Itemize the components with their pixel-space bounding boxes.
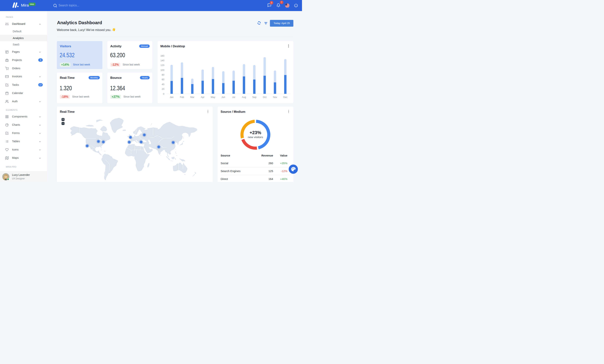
svg-text:0: 0 — [163, 93, 164, 95]
svg-text:100: 100 — [160, 69, 164, 72]
svg-text:120: 120 — [160, 64, 164, 67]
svg-text:40: 40 — [162, 83, 164, 86]
svg-text:Jan: Jan — [170, 96, 174, 99]
svg-text:60: 60 — [162, 78, 164, 81]
svg-text:Jul: Jul — [232, 96, 235, 99]
svg-text:140: 140 — [160, 59, 164, 62]
svg-text:Jun: Jun — [221, 96, 225, 99]
svg-text:Oct: Oct — [263, 96, 266, 99]
svg-text:Apr: Apr — [201, 96, 204, 99]
svg-text:Dec: Dec — [283, 96, 287, 99]
svg-text:May: May — [211, 96, 215, 99]
svg-text:20: 20 — [162, 88, 164, 90]
svg-text:Aug: Aug — [242, 96, 246, 99]
svg-text:Sep: Sep — [252, 96, 256, 99]
svg-text:160: 160 — [160, 55, 164, 57]
svg-text:Feb: Feb — [180, 96, 184, 99]
svg-text:Mar: Mar — [190, 96, 194, 99]
svg-text:Nov: Nov — [273, 96, 277, 99]
svg-text:80: 80 — [162, 74, 164, 76]
